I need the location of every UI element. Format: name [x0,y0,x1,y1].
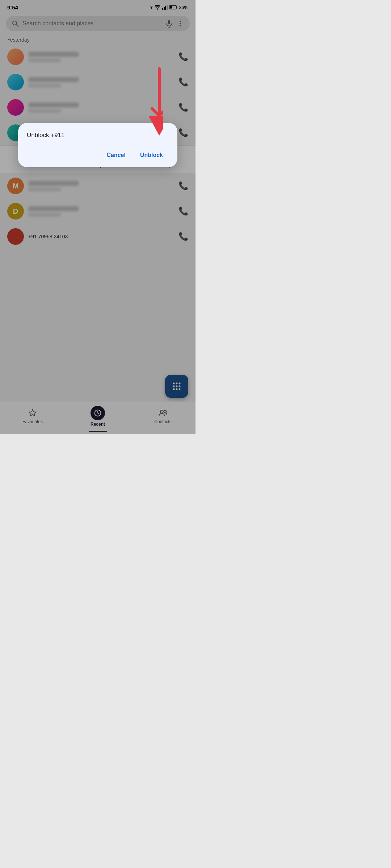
dialog-buttons: Cancel Unblock [27,149,169,161]
dialog-overlay [0,0,196,434]
unblock-dialog: Unblock +911 Cancel Unblock [18,123,177,167]
dialog-cancel-button[interactable]: Cancel [101,149,131,161]
dialog-unblock-button[interactable]: Unblock [134,149,169,161]
dialog-title: Unblock +911 [27,132,169,139]
